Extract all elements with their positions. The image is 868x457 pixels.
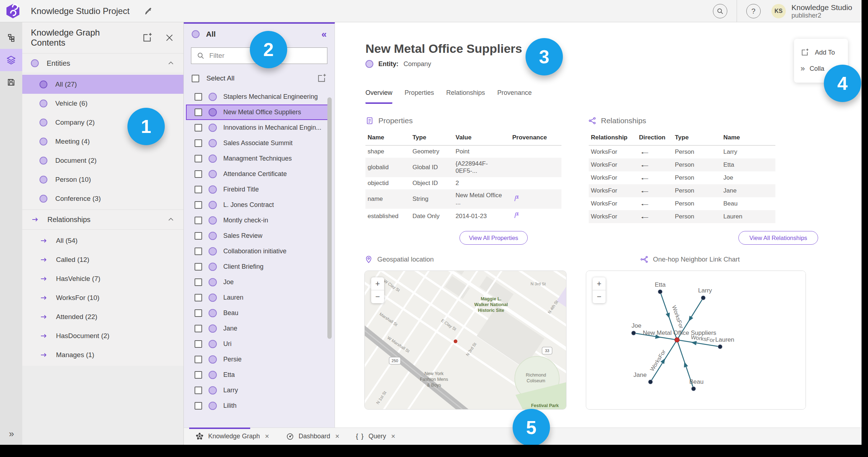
zoom-out-button[interactable]: − [371, 290, 384, 303]
item-checkbox[interactable] [195, 356, 202, 363]
item-checkbox[interactable] [195, 325, 202, 332]
item-checkbox[interactable] [195, 155, 202, 162]
item-checkbox[interactable] [195, 232, 202, 240]
item-checkbox[interactable] [195, 186, 202, 193]
list-item[interactable]: L. Jones Contract [186, 197, 331, 213]
item-checkbox[interactable] [195, 109, 202, 116]
list-item[interactable]: Sales Review [186, 228, 331, 244]
relationship-type-item[interactable]: All (54) [22, 231, 183, 250]
list-item[interactable]: New Metal Office Suppliers [186, 105, 331, 120]
relationship-type-item[interactable]: Manages (1) [22, 345, 183, 364]
relationship-link[interactable]: WorksFor [589, 171, 637, 184]
add-to-map-icon[interactable] [317, 73, 327, 83]
item-checkbox[interactable] [195, 201, 202, 209]
avatar[interactable]: KS [771, 4, 786, 18]
list-item[interactable]: Jane [186, 321, 331, 336]
item-checkbox[interactable] [195, 294, 202, 301]
relationship-name-link[interactable]: Lauren [721, 210, 775, 223]
item-checkbox[interactable] [195, 309, 202, 317]
user-block[interactable]: Knowledge Studio publisher2 [792, 3, 852, 19]
zoom-in-button[interactable]: + [593, 277, 606, 290]
relationship-name-link[interactable]: Etta [721, 158, 775, 171]
search-button[interactable] [713, 4, 727, 18]
relationship-name-link[interactable]: Jane [721, 184, 775, 197]
entity-type-item[interactable]: Vehicle (6) [22, 94, 183, 113]
graph-node[interactable] [658, 290, 662, 294]
item-checkbox[interactable] [195, 263, 202, 271]
relationship-type-item[interactable]: HasVehicle (7) [22, 269, 183, 288]
list-item[interactable]: Client Briefing [186, 259, 331, 274]
item-checkbox[interactable] [195, 387, 202, 394]
tab-provenance[interactable]: Provenance [497, 89, 532, 104]
graph-node[interactable] [648, 380, 653, 384]
expand-rail-button[interactable]: » [0, 426, 22, 441]
relationship-name-link[interactable]: Joe [721, 171, 775, 184]
list-item[interactable]: Persie [186, 352, 331, 367]
relationship-link[interactable]: WorksFor [589, 146, 637, 159]
tab-relationships[interactable]: Relationships [446, 89, 485, 104]
entity-type-item[interactable]: Person (10) [22, 170, 183, 189]
list-item[interactable]: Beau [186, 305, 331, 321]
tab-dashboard[interactable]: Dashboard × [286, 432, 340, 441]
list-item[interactable]: Attendance Certificate [186, 166, 331, 182]
list-item[interactable]: Innovations in Mechanical Engin... [186, 120, 331, 135]
list-item[interactable]: Managment Techniques [186, 151, 331, 166]
item-checkbox[interactable] [195, 278, 202, 286]
list-item[interactable]: Larry [186, 383, 331, 398]
save-button[interactable] [0, 71, 22, 93]
entity-type-item[interactable]: Document (2) [22, 151, 183, 170]
close-panel-icon[interactable] [164, 32, 175, 43]
graph-node[interactable] [691, 387, 696, 391]
view-all-properties-button[interactable]: View All Properties [459, 231, 528, 245]
tab-properties[interactable]: Properties [405, 89, 434, 104]
list-scrollbar[interactable] [327, 97, 332, 339]
help-button[interactable]: ? [746, 4, 761, 18]
list-item[interactable]: Staplers Mechanical Engineering [186, 89, 331, 105]
map-canvas[interactable]: W Clay St N 3rd St N 4th St Marshall St … [365, 271, 566, 409]
edit-title-icon[interactable] [143, 6, 153, 16]
graph-node[interactable] [631, 331, 636, 335]
tab-query[interactable]: { } Query × [356, 432, 396, 440]
graph-center-node[interactable] [675, 338, 680, 342]
link-chart-canvas[interactable]: Etta Larry Joe Lauren Jane Beau New Meta… [586, 271, 806, 409]
item-checkbox[interactable] [195, 93, 202, 101]
entity-type-item[interactable]: Conference (3) [22, 189, 183, 208]
item-checkbox[interactable] [195, 371, 202, 379]
list-item[interactable]: Firebird Title [186, 182, 331, 197]
zoom-out-button[interactable]: − [593, 290, 606, 303]
zoom-in-button[interactable]: + [371, 277, 384, 290]
view-all-relationships-button[interactable]: View All Relationships [738, 231, 818, 245]
list-item[interactable]: Sales Associate Summit [186, 135, 331, 151]
item-checkbox[interactable] [195, 217, 202, 224]
graph-node[interactable] [701, 296, 705, 300]
catalog-button[interactable] [0, 27, 22, 49]
relationship-link[interactable]: WorksFor [589, 197, 637, 210]
relationship-type-item[interactable]: WorksFor (10) [22, 288, 183, 307]
relationship-link[interactable]: WorksFor [589, 210, 637, 223]
close-tab-icon[interactable]: × [391, 432, 396, 440]
item-checkbox[interactable] [195, 248, 202, 255]
close-tab-icon[interactable]: × [335, 432, 340, 440]
relationship-type-item[interactable]: Attended (22) [22, 307, 183, 326]
item-checkbox[interactable] [195, 124, 202, 131]
list-item[interactable]: Lauren [186, 290, 331, 305]
list-item[interactable]: Lilith [186, 398, 331, 414]
tab-overview[interactable]: Overview [365, 89, 392, 104]
location-marker[interactable] [453, 339, 458, 343]
select-all-row[interactable]: Select All [184, 68, 335, 89]
one-hop-link-chart[interactable]: + − [586, 271, 806, 410]
entities-section-header[interactable]: Entities [22, 53, 183, 73]
relationship-name-link[interactable]: Larry [721, 146, 775, 159]
select-all-checkbox[interactable] [192, 75, 199, 82]
relationships-section-header[interactable]: Relationships [22, 209, 183, 230]
list-item[interactable]: Etta [186, 367, 331, 383]
tab-knowledge-graph[interactable]: Knowledge Graph × [195, 432, 269, 441]
provenance-flag-icon[interactable] [512, 194, 520, 202]
collapse-panel-icon[interactable]: « [322, 29, 327, 40]
relationship-type-item[interactable]: Called (12) [22, 250, 183, 269]
list-item[interactable]: Uri [186, 336, 331, 352]
item-checkbox[interactable] [195, 170, 202, 178]
graph-node[interactable] [718, 345, 722, 349]
relationship-link[interactable]: WorksFor [589, 158, 637, 171]
item-checkbox[interactable] [195, 139, 202, 147]
